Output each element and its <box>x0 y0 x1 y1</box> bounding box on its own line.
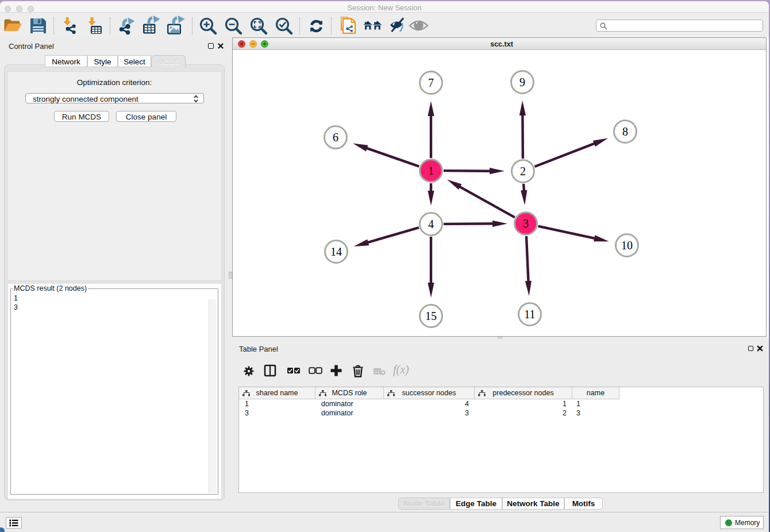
svg-text:8: 8 <box>622 125 628 138</box>
svg-text:4: 4 <box>428 218 434 230</box>
svg-text:11: 11 <box>524 308 535 321</box>
svg-text:7: 7 <box>428 76 434 89</box>
svg-text:6: 6 <box>333 131 338 144</box>
svg-text:14: 14 <box>330 245 342 258</box>
svg-text:15: 15 <box>425 310 437 322</box>
svg-text:1: 1 <box>428 164 434 177</box>
svg-text:3: 3 <box>523 217 529 230</box>
svg-text:2: 2 <box>520 165 526 178</box>
svg-text:10: 10 <box>621 239 633 252</box>
svg-text:9: 9 <box>519 76 525 88</box>
